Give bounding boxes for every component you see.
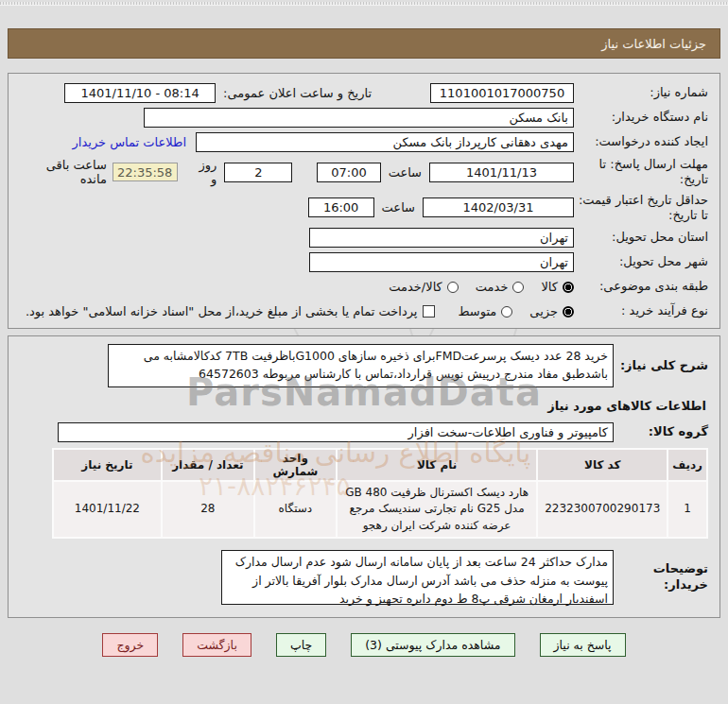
- row-request-creator: ایجاد کننده درخواست: مهدی دهقانی کارپردا…: [20, 132, 708, 152]
- radio-goods-service[interactable]: [447, 282, 459, 293]
- countdown-timer: 22:35:58: [113, 163, 178, 181]
- row-buyer-org: نام دستگاه خریدار: بانک مسکن: [20, 108, 708, 128]
- row-subject-class: طبقه بندی موضوعی: کالا خدمت کالا/خدمت: [20, 277, 708, 297]
- items-table-header-row: ردیف کد کالا نام کالا واحد شمارش تعداد /…: [53, 449, 707, 481]
- radio-partial-label: جزیی: [529, 304, 558, 318]
- cell-need-date: 1401/11/22: [53, 481, 162, 538]
- days-and-label: روز و: [191, 158, 217, 186]
- reply-deadline-time-field[interactable]: 07:00: [317, 163, 380, 182]
- row-delivery-province: استان محل تحویل: تهران: [20, 228, 708, 248]
- col-header-row-index: ردیف: [667, 449, 707, 481]
- cell-goods-name: هارد دیسک اکسترنال ظرفیت 480 GB مدل G25 …: [337, 481, 537, 538]
- announce-datetime-field[interactable]: 1401/11/10 - 08:14: [64, 83, 216, 103]
- radio-service[interactable]: [512, 282, 524, 293]
- buyer-org-label: نام دستگاه خریدار:: [574, 110, 708, 125]
- need-desc-field[interactable]: خرید 28 عدد دیسک پرسرعتFMDبرای ذخیره ساز…: [108, 344, 614, 387]
- page: { "title": "جزئیات اطلاعات نیاز", "color…: [0, 0, 728, 704]
- delivery-city-field[interactable]: تهران: [309, 252, 574, 272]
- need-desc-label: شرح کلی نیاز:: [614, 358, 708, 374]
- buyer-notes-field[interactable]: مدارک حداکثر 24 ساعت بعد از پایان سامانه…: [221, 550, 614, 605]
- cell-goods-code: 2232300700290173: [537, 481, 667, 538]
- row-price-validity: حداقل تاریخ اعتبار قیمت: تا تاریخ: 1402/…: [20, 193, 708, 224]
- row-buyer-notes: توضیحات خریدار: مدارک حداکثر 24 ساعت بعد…: [20, 550, 708, 605]
- row-need-number: شماره نیاز: 1101001017000750 تاریخ و ساع…: [20, 83, 708, 103]
- row-reply-deadline: مهلت ارسال پاسخ: تا تاریخ: 1401/11/13 سا…: [20, 157, 708, 188]
- process-type-label: نوع فرآیند خرید :: [574, 303, 708, 318]
- price-validity-label: حداقل تاریخ اعتبار قیمت: تا تاریخ:: [574, 193, 708, 224]
- reply-deadline-hour-label: ساعت: [389, 165, 422, 180]
- buyer-contact-link[interactable]: اطلاعات تماس خریدار: [73, 135, 186, 149]
- treasury-checkbox[interactable]: [423, 305, 435, 318]
- request-creator-label: ایجاد کننده درخواست:: [574, 134, 708, 149]
- goods-group-field[interactable]: کامپیوتر و فناوری اطلاعات-سخت افزار: [58, 422, 614, 442]
- buyer-notes-label: توضیحات خریدار:: [614, 561, 708, 593]
- radio-goods-label: کالا: [541, 280, 558, 294]
- need-info-panel: شماره نیاز: 1101001017000750 تاریخ و ساع…: [8, 73, 720, 329]
- price-validity-date-field[interactable]: 1402/03/31: [423, 197, 574, 217]
- cell-unit: دستگاه: [254, 481, 337, 538]
- window-top-texture: [0, 2, 728, 6]
- exit-button[interactable]: خروج: [102, 633, 158, 657]
- cell-quantity: 28: [162, 481, 254, 538]
- remaining-days-field[interactable]: 2: [224, 163, 292, 182]
- radio-goods[interactable]: [563, 282, 574, 293]
- col-header-unit: واحد شمارش: [254, 449, 337, 481]
- col-header-goods-name: نام کالا: [337, 449, 537, 481]
- radio-goods-service-label: کالا/خدمت: [389, 280, 442, 294]
- radio-partial[interactable]: [563, 306, 574, 318]
- view-attached-docs-button[interactable]: مشاهده مدارک پیوستی (3): [351, 633, 514, 657]
- need-number-field[interactable]: 1101001017000750: [430, 83, 574, 103]
- col-header-quantity: تعداد / مقدار: [162, 449, 254, 481]
- col-header-need-date: تاریخ نیاز: [53, 449, 162, 481]
- radio-medium-label: متوسط: [458, 304, 496, 318]
- radio-medium[interactable]: [501, 306, 512, 318]
- delivery-city-label: شهر محل تحویل:: [574, 254, 708, 269]
- row-need-desc: شرح کلی نیاز: خرید 28 عدد دیسک پرسرعتFMD…: [20, 344, 708, 387]
- items-table: ردیف کد کالا نام کالا واحد شمارش تعداد /…: [52, 448, 708, 539]
- col-header-goods-code: کد کالا: [537, 449, 667, 481]
- respond-to-need-button[interactable]: پاسخ به نیاز: [540, 633, 626, 657]
- goods-group-label: گروه کالا:: [614, 424, 708, 440]
- goods-section-header: اطلاعات کالاهای مورد نیاز: [22, 399, 706, 413]
- row-delivery-city: شهر محل تحویل: تهران: [20, 252, 708, 272]
- cell-row-index: 1: [667, 481, 707, 538]
- treasury-checkbox-label: پرداخت تمام یا بخشی از مبلغ خرید،از محل …: [26, 304, 418, 318]
- table-row: 1 2232300700290173 هارد دیسک اکسترنال ظر…: [53, 481, 707, 538]
- price-validity-time-field[interactable]: 16:00: [308, 197, 374, 217]
- hours-remaining-label: ساعت باقی مانده: [20, 158, 107, 186]
- need-number-label: شماره نیاز:: [574, 85, 708, 100]
- footer-buttons: پاسخ به نیاز مشاهده مدارک پیوستی (3) چاپ…: [0, 633, 728, 657]
- page-title: جزئیات اطلاعات نیاز: [8, 28, 720, 59]
- announce-datetime-label: تاریخ و ساعت اعلان عمومی:: [223, 86, 372, 100]
- delivery-province-label: استان محل تحویل:: [574, 230, 708, 245]
- radio-service-label: خدمت: [476, 280, 509, 294]
- subject-class-label: طبقه بندی موضوعی:: [574, 279, 708, 294]
- goods-info-panel: شرح کلی نیاز: خرید 28 عدد دیسک پرسرعتFMD…: [8, 335, 720, 618]
- buyer-org-field[interactable]: بانک مسکن: [144, 108, 574, 128]
- row-process-type: نوع فرآیند خرید : جزیی متوسط پرداخت تمام…: [20, 301, 708, 321]
- reply-deadline-date-field[interactable]: 1401/11/13: [429, 163, 574, 182]
- price-validity-hour-label: ساعت: [382, 200, 415, 215]
- back-button[interactable]: بازگشت: [182, 633, 251, 657]
- delivery-province-field[interactable]: تهران: [309, 228, 574, 248]
- print-button[interactable]: چاپ: [276, 633, 326, 657]
- reply-deadline-label: مهلت ارسال پاسخ: تا تاریخ:: [574, 157, 708, 188]
- request-creator-field[interactable]: مهدی دهقانی کارپرداز بانک مسکن: [196, 132, 574, 152]
- row-goods-group: گروه کالا: کامپیوتر و فناوری اطلاعات-سخت…: [20, 422, 708, 442]
